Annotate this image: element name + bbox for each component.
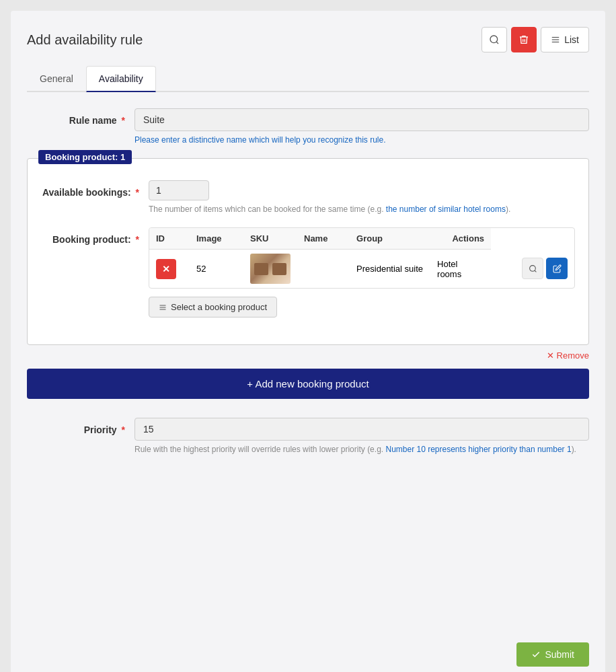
svg-point-0 [490, 36, 498, 43]
delete-button[interactable] [511, 27, 537, 52]
check-icon [531, 650, 541, 659]
col-header-actions: Actions [430, 228, 491, 250]
rule-name-label: Rule name * [27, 108, 134, 126]
trash-icon [518, 34, 529, 45]
cell-id: 52 [190, 250, 243, 289]
booking-product-content: ID Image SKU Name Group Actions [149, 227, 575, 318]
select-booking-product-button[interactable]: Select a booking product [149, 297, 277, 318]
cell-remove: ✕ [149, 250, 190, 289]
booking-product-group: Booking product: * ID Image SKU Name Gro… [41, 227, 575, 318]
col-header-id: ID [149, 228, 190, 250]
col-header-group: Group [350, 228, 430, 250]
rule-name-group: Rule name * Please enter a distinctive n… [27, 108, 589, 145]
svg-line-1 [496, 42, 498, 44]
view-product-button[interactable] [522, 258, 543, 279]
cell-sku [297, 250, 350, 289]
rule-name-hint: Please enter a distinctive name which wi… [134, 135, 589, 145]
tab-general-label: General [40, 73, 73, 84]
eye-icon [529, 264, 537, 273]
list-button[interactable]: List [541, 27, 589, 52]
table-row: ✕ 52 [149, 250, 574, 289]
tab-availability[interactable]: Availability [86, 66, 156, 92]
available-bookings-group: Available bookings: * The number of item… [41, 180, 575, 214]
col-header-sku: SKU [243, 228, 297, 250]
col-header-image: Image [190, 228, 243, 250]
priority-content: Rule with the highest priority will over… [134, 418, 589, 454]
actions-cell [498, 258, 568, 279]
menu-icon [159, 303, 167, 311]
cell-group: Hotel rooms [430, 250, 491, 289]
add-product-label: + Add new booking product [247, 378, 369, 389]
list-button-label: List [564, 34, 579, 45]
rule-name-input[interactable] [134, 108, 589, 131]
page-container: Add availability rule List Gener [11, 11, 605, 672]
svg-point-5 [529, 265, 535, 271]
submit-button[interactable]: Submit [516, 642, 589, 667]
priority-input[interactable] [134, 418, 589, 441]
add-booking-product-button[interactable]: + Add new booking product [27, 369, 589, 399]
page-title: Add availability rule [27, 32, 143, 48]
product-table: ID Image SKU Name Group Actions [149, 228, 574, 288]
required-star: * [122, 115, 125, 126]
list-icon [551, 35, 560, 44]
tab-general[interactable]: General [27, 66, 86, 91]
header-actions: List [482, 27, 589, 52]
priority-label: Priority * [27, 418, 134, 435]
table-header-row: ID Image SKU Name Group Actions [149, 228, 574, 250]
priority-group: Priority * Rule with the highest priorit… [27, 418, 589, 454]
available-bookings-hint: The number of items which can be booked … [149, 204, 575, 214]
remove-row-button[interactable]: ✕ [156, 259, 176, 279]
cell-image [243, 250, 297, 289]
edit-icon [553, 264, 562, 273]
booking-product-label: Booking product: * [41, 227, 149, 245]
cell-actions [491, 250, 574, 289]
product-name: Presidential suite [356, 264, 423, 274]
required-star-product: * [136, 234, 139, 245]
edit-product-button[interactable] [546, 258, 568, 279]
priority-hint: Rule with the highest priority will over… [134, 445, 589, 454]
remove-label: Remove [557, 350, 589, 361]
search-icon [489, 34, 500, 45]
available-bookings-label: Available bookings: * [41, 180, 149, 198]
card-legend: Booking product: 1 [38, 150, 132, 164]
required-star-bookings: * [136, 187, 139, 198]
product-id: 52 [196, 264, 206, 274]
tabs-container: General Availability [27, 66, 589, 92]
available-bookings-input[interactable] [149, 180, 209, 200]
search-button[interactable] [482, 27, 507, 52]
rule-name-content: Please enter a distinctive name which wi… [134, 108, 589, 145]
required-star-priority: * [122, 424, 125, 435]
tab-availability-label: Availability [99, 73, 143, 84]
cell-name: Presidential suite [350, 250, 430, 289]
product-table-wrapper: ID Image SKU Name Group Actions [149, 227, 575, 289]
product-image-thumbnail [250, 254, 291, 284]
product-group: Hotel rooms [437, 259, 461, 279]
col-header-name: Name [297, 228, 350, 250]
page-header: Add availability rule List [27, 27, 589, 52]
submit-label: Submit [545, 649, 574, 660]
svg-line-6 [535, 270, 536, 272]
available-bookings-content: The number of items which can be booked … [149, 180, 575, 214]
remove-link[interactable]: ✕ Remove [27, 350, 589, 361]
select-product-label: Select a booking product [171, 302, 267, 312]
booking-product-card: Booking product: 1 Available bookings: *… [27, 158, 589, 345]
